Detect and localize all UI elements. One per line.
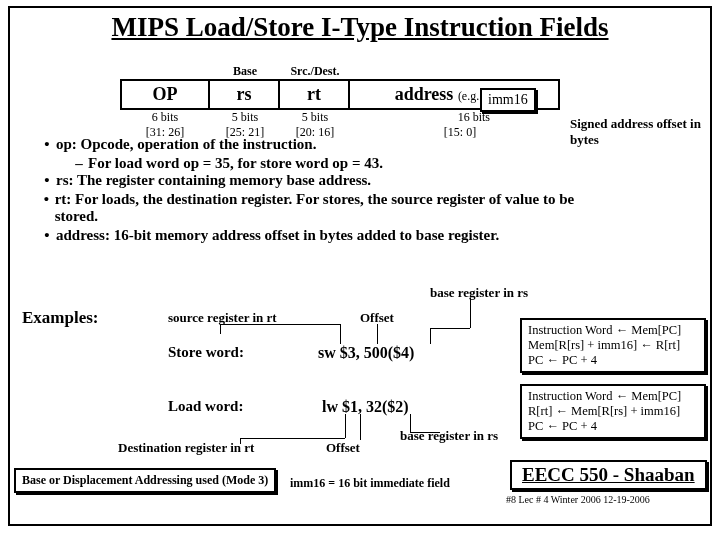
addressing-mode-box: Base or Displacement Addressing used (Mo… xyxy=(14,468,276,493)
anno-dest-reg: Destination register in rt xyxy=(118,440,254,456)
imm-note: imm16 = 16 bit immediate field xyxy=(290,476,450,491)
bullet-rt: rt: For loads, the destination register.… xyxy=(55,191,578,225)
src-dest-label: Src./Dest. xyxy=(280,64,350,79)
anno-base-reg-2: base register in rs xyxy=(400,428,498,444)
sw-regbox: Instruction Word ← Mem[PC] Mem[R[rs] + i… xyxy=(520,318,706,373)
lw-regbox: Instruction Word ← Mem[PC] R[rt] ← Mem[R… xyxy=(520,384,706,439)
field-rt: rt xyxy=(280,79,350,110)
bullet-rs: rs: The register containing memory base … xyxy=(56,172,371,189)
load-word-code: lw $1, 32($2) xyxy=(322,398,409,416)
bullet-op: op: Opcode, operation of the instruction… xyxy=(56,136,316,153)
bullet-op-sub: For load word op = 35, for store word op… xyxy=(88,155,383,172)
imm16-box: imm16 xyxy=(480,88,536,112)
examples-label: Examples: xyxy=(22,308,99,328)
store-word-code: sw $3, 500($4) xyxy=(318,344,414,362)
signed-offset-note: Signed address offset in bytes xyxy=(570,116,710,148)
base-label: Base xyxy=(210,64,280,79)
store-word-label: Store word: xyxy=(168,344,244,361)
lw-line2: R[rt] ← Mem[R[rs] + imm16] xyxy=(528,404,698,419)
lw-line3: PC ← PC + 4 xyxy=(528,419,698,434)
sw-line2: Mem[R[rs] + imm16] ← R[rt] xyxy=(528,338,698,353)
sw-line3: PC ← PC + 4 xyxy=(528,353,698,368)
lw-line1: Instruction Word ← Mem[PC] xyxy=(528,389,698,404)
bullets: •op: Opcode, operation of the instructio… xyxy=(38,136,578,246)
course-box: EECC 550 - Shaaban xyxy=(510,460,707,490)
field-address-name: address xyxy=(395,84,454,104)
anno-base-reg-1: base register in rs xyxy=(430,285,528,301)
bullet-addr: address: 16-bit memory address offset in… xyxy=(56,227,499,244)
load-word-label: Load word: xyxy=(168,398,243,415)
field-rs: rs xyxy=(210,79,280,110)
page-note: #8 Lec # 4 Winter 2006 12-19-2006 xyxy=(506,494,650,505)
slide-frame: MIPS Load/Store I-Type Instruction Field… xyxy=(8,6,712,526)
anno-offset-2: Offset xyxy=(326,440,360,456)
field-op: OP xyxy=(120,79,210,110)
sw-line1: Instruction Word ← Mem[PC] xyxy=(528,323,698,338)
page-title: MIPS Load/Store I-Type Instruction Field… xyxy=(10,8,710,45)
